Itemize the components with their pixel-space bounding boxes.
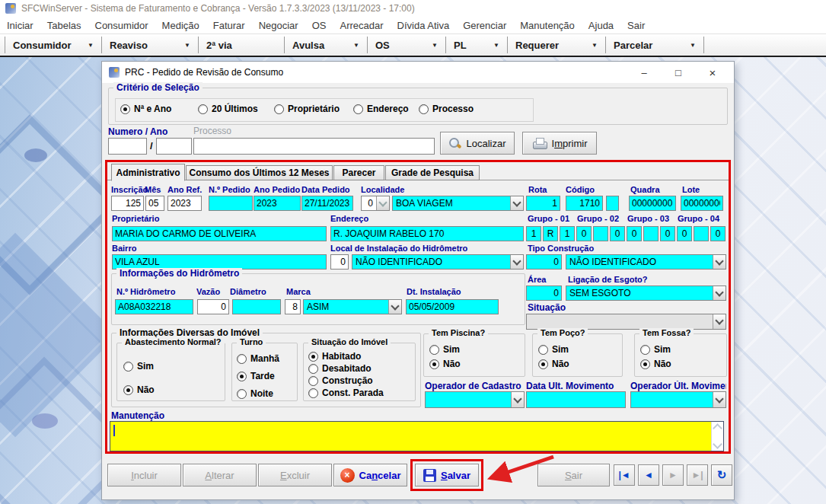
scroll-down-icon[interactable] bbox=[713, 439, 722, 449]
toolbar-consumidor-button[interactable]: Consumidor▼ bbox=[5, 34, 101, 56]
menu-item-iniciar[interactable]: Iniciar bbox=[0, 20, 40, 31]
imprimir-button[interactable]: Imprimir bbox=[522, 132, 597, 155]
area-field[interactable] bbox=[526, 285, 562, 301]
data-ult-movimento-field[interactable] bbox=[526, 391, 626, 408]
maximize-button[interactable]: □ bbox=[665, 62, 692, 83]
radio-piscina-sim[interactable]: Sim bbox=[429, 344, 460, 355]
diametro-field[interactable] bbox=[232, 299, 281, 314]
toolbar-reaviso-button[interactable]: Reaviso▼ bbox=[102, 34, 198, 56]
radio-const-parada[interactable]: Const. Parada bbox=[308, 388, 384, 398]
radio-turno-noite[interactable]: Noite bbox=[237, 388, 273, 399]
menu-item-medicao[interactable]: Medição bbox=[155, 20, 206, 31]
menu-item-manutencao[interactable]: Manutenção bbox=[513, 20, 582, 31]
radio-poco-nao[interactable]: Não bbox=[538, 359, 569, 369]
radio-abastecimento-sim[interactable]: Sim bbox=[123, 361, 154, 372]
mes-field[interactable] bbox=[145, 196, 164, 211]
numero-field[interactable] bbox=[108, 138, 147, 155]
radio-poco-sim[interactable]: Sim bbox=[538, 344, 569, 355]
ano-ref-field[interactable] bbox=[167, 196, 202, 211]
tab-parecer[interactable]: Parecer bbox=[333, 165, 384, 180]
dropdown-arrow-icon[interactable] bbox=[713, 392, 726, 407]
grupo-field-11[interactable] bbox=[694, 226, 709, 241]
radio-turno-manha[interactable]: Manhã bbox=[237, 353, 279, 364]
salvar-button[interactable]: Salvar bbox=[415, 464, 479, 486]
tab-consumo-12-meses[interactable]: Consumo dos Últimos 12 Meses bbox=[186, 165, 333, 180]
data-pedido-field[interactable] bbox=[301, 196, 353, 211]
menu-item-tabelas[interactable]: Tabelas bbox=[40, 20, 88, 31]
menu-item-arrecadar[interactable]: Arrecadar bbox=[333, 20, 390, 31]
radio-turno-tarde[interactable]: Tarde bbox=[237, 371, 275, 381]
nav-previous-button[interactable]: ◄ bbox=[638, 464, 659, 486]
ano-field[interactable] bbox=[156, 138, 192, 155]
toolbar-pl-button[interactable]: PL▼ bbox=[446, 34, 507, 56]
incluir-button[interactable]: Incluir bbox=[107, 464, 181, 486]
local-instalacao-combo[interactable]: NÃO IDENTIFICADO bbox=[352, 254, 524, 270]
vazao-field[interactable] bbox=[197, 299, 229, 314]
minimize-button[interactable]: – bbox=[630, 62, 658, 83]
processo-field[interactable] bbox=[193, 138, 435, 155]
nav-next-button[interactable]: ► bbox=[662, 464, 684, 486]
esgoto-combo[interactable]: SEM ESGOTO bbox=[566, 285, 726, 301]
toolbar-2avia-button[interactable]: 2ª via bbox=[199, 34, 284, 56]
radio-processo[interactable]: Processo bbox=[419, 104, 474, 114]
menu-item-ajuda[interactable]: Ajuda bbox=[582, 20, 620, 31]
operador-cadastro-combo[interactable] bbox=[425, 391, 525, 408]
scroll-up-icon[interactable] bbox=[713, 423, 722, 433]
menu-item-os[interactable]: OS bbox=[305, 20, 333, 31]
close-button[interactable]: × bbox=[699, 62, 726, 83]
grupo-field-8[interactable] bbox=[643, 226, 659, 241]
bairro-field[interactable] bbox=[112, 254, 327, 270]
rota-field[interactable] bbox=[526, 196, 560, 211]
toolbar-os-button[interactable]: OS▼ bbox=[368, 34, 445, 56]
localidade-code-spinner[interactable]: 0 bbox=[361, 196, 390, 211]
excluir-button[interactable]: Excluir bbox=[258, 464, 332, 486]
toolbar-avulsa-button[interactable]: Avulsa▼ bbox=[285, 34, 367, 56]
marca-combo[interactable]: ASIM bbox=[303, 299, 402, 314]
radio-habitado[interactable]: Habitado bbox=[308, 351, 361, 362]
local-instalacao-code-field[interactable] bbox=[330, 254, 349, 270]
radio-fossa-nao[interactable]: Não bbox=[640, 359, 671, 369]
radio-n-e-ano[interactable]: Nª e Ano bbox=[120, 104, 171, 114]
localizar-button[interactable]: Localizar bbox=[440, 132, 515, 155]
grupo-field-2[interactable] bbox=[543, 226, 558, 241]
grupo-field-7[interactable] bbox=[627, 226, 642, 241]
dropdown-arrow-icon[interactable] bbox=[510, 255, 523, 269]
memo-scrollbar[interactable] bbox=[711, 422, 723, 451]
toolbar-requerer-button[interactable]: Requerer▼ bbox=[508, 34, 605, 56]
tab-grade-pesquisa[interactable]: Grade de Pesquisa bbox=[385, 165, 480, 180]
grupo-field-5[interactable] bbox=[593, 226, 608, 241]
cancelar-button[interactable]: ×Cancelar bbox=[333, 464, 407, 486]
refresh-button[interactable]: ↻ bbox=[711, 464, 732, 486]
tipo-construcao-code-field[interactable] bbox=[526, 254, 562, 270]
grupo-field-12[interactable] bbox=[710, 226, 726, 241]
endereco-field[interactable] bbox=[330, 226, 524, 241]
n-hidrometro-field[interactable] bbox=[115, 299, 193, 314]
marca-code-field[interactable] bbox=[285, 299, 301, 314]
codigo-field[interactable] bbox=[566, 196, 603, 211]
tipo-construcao-combo[interactable]: NÃO IDENTIFICADO bbox=[566, 254, 726, 270]
grupo-field-6[interactable] bbox=[610, 226, 625, 241]
nav-first-button[interactable]: |◄ bbox=[614, 464, 635, 486]
ano-pedido-field[interactable] bbox=[254, 196, 301, 211]
menu-item-divida-ativa[interactable]: Dívida Ativa bbox=[391, 20, 457, 31]
dropdown-arrow-icon[interactable] bbox=[713, 255, 726, 269]
sair-button[interactable]: Sair bbox=[537, 464, 610, 486]
dropdown-arrow-icon[interactable] bbox=[713, 286, 726, 300]
radio-fossa-sim[interactable]: Sim bbox=[640, 344, 671, 355]
manutencao-memo[interactable] bbox=[110, 421, 724, 451]
codigo-extra-field[interactable] bbox=[606, 196, 619, 211]
inscricao-field[interactable] bbox=[111, 196, 144, 211]
proprietario-field[interactable] bbox=[112, 226, 327, 241]
grupo-field-9[interactable] bbox=[660, 226, 675, 241]
localidade-combo[interactable]: BOA VIAGEM bbox=[392, 196, 524, 211]
lote-field[interactable] bbox=[681, 196, 723, 211]
dropdown-arrow-icon[interactable] bbox=[376, 196, 389, 210]
radio-piscina-nao[interactable]: Não bbox=[429, 359, 461, 369]
menu-item-negociar[interactable]: Negociar bbox=[252, 20, 305, 31]
situacao-combo[interactable] bbox=[526, 314, 726, 330]
toolbar-parcelar-button[interactable]: Parcelar▼ bbox=[606, 34, 703, 56]
tab-administrativo[interactable]: Administrativo bbox=[111, 164, 185, 181]
grupo-field-4[interactable] bbox=[576, 226, 592, 241]
operador-ult-movimento-combo[interactable] bbox=[630, 391, 726, 408]
menu-item-consumidor[interactable]: Consumidor bbox=[88, 20, 155, 31]
